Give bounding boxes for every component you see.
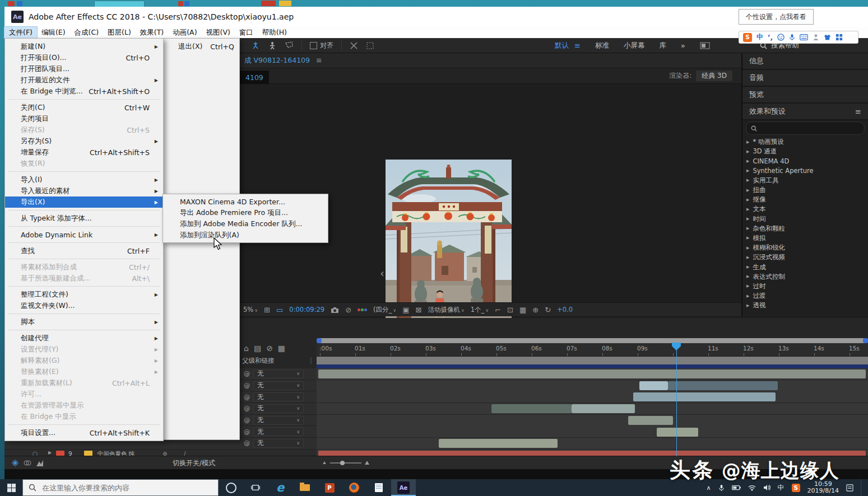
composition-viewer[interactable]: ‹ <box>240 84 741 302</box>
lasso-tool-icon[interactable] <box>285 41 294 50</box>
renderer-value[interactable]: 经典 3D <box>696 71 732 81</box>
ime-personalize-bubble[interactable]: 个性设置，点我看看 <box>739 9 814 25</box>
effects-category-item[interactable]: ▶ 沉浸式视频 <box>742 252 868 262</box>
ime-language-toggle[interactable]: 中 <box>756 32 763 42</box>
channel-icon[interactable] <box>358 308 367 311</box>
effects-category-item[interactable]: ▶ 文本 <box>742 204 868 214</box>
pick-whip-icon[interactable]: @ <box>244 405 250 412</box>
parent-select[interactable]: 无∨ <box>253 404 304 413</box>
time-ruler[interactable]: :00s01s02s03s04s05s06s07s08s09s11s12s13s… <box>317 343 868 357</box>
expand-arrow-icon[interactable]: ▶ <box>746 178 749 183</box>
motion-blur-toggle-icon[interactable] <box>24 459 31 467</box>
work-area-end-handle[interactable] <box>863 338 868 343</box>
expand-arrow-icon[interactable]: ▶ <box>746 236 749 240</box>
motion-blur-icon[interactable]: ⊘ <box>266 344 273 353</box>
notepad-button[interactable] <box>366 479 391 496</box>
timeline-navigator-bar[interactable] <box>317 364 868 368</box>
parent-select[interactable]: 无∨ <box>253 416 304 425</box>
layer-color-swatch-yellow[interactable] <box>84 451 92 456</box>
battery-tray-icon[interactable] <box>732 485 741 490</box>
parent-select[interactable]: 无∨ <box>253 439 304 448</box>
file-menu-item[interactable]: 从 Typekit 添加字体... <box>5 213 163 224</box>
workspace-menu-icon[interactable]: ≡ <box>574 41 581 50</box>
pick-whip-icon[interactable]: @ <box>244 370 250 377</box>
view-count-select[interactable]: 1个_∨ <box>471 306 489 314</box>
file-menu-item[interactable]: 导入最近的素材 ▶ <box>5 185 163 196</box>
timeline-zoom-slider[interactable] <box>322 461 369 465</box>
menubar-item[interactable]: 编辑(E) <box>37 27 70 38</box>
hidden-icons-chevron[interactable]: ∧ <box>707 484 711 492</box>
expand-arrow-icon[interactable]: ▶ <box>746 140 749 144</box>
toggle-switches-modes-button[interactable]: 切换开关/模式 <box>173 458 215 468</box>
effects-category-item[interactable]: ▶ 表达式控制 <box>742 272 868 282</box>
expand-arrow-icon[interactable]: ▶ <box>48 450 52 455</box>
magnification-select[interactable]: 5%∨ <box>243 306 258 313</box>
menubar-item[interactable]: 动画(A) <box>168 27 201 38</box>
panel-header-effects-presets[interactable]: 效果和预设 ≡ <box>742 104 868 120</box>
expand-arrow-icon[interactable]: ▶ <box>746 198 749 202</box>
file-menu-item[interactable]: 导出(X) ▶ <box>5 196 163 208</box>
pick-whip-icon[interactable]: @ <box>244 417 250 424</box>
taskbar-search-input[interactable] <box>41 483 200 493</box>
layer-duration-bar[interactable] <box>439 439 558 448</box>
skin-shirt-icon[interactable] <box>824 34 831 41</box>
expand-arrow-icon[interactable]: ▶ <box>746 217 749 221</box>
sogou-tray-icon[interactable]: S <box>792 484 800 492</box>
expand-arrow-icon[interactable]: ▶ <box>746 246 749 250</box>
exposure-value[interactable]: +0.0 <box>557 306 573 313</box>
align-checkbox-icon[interactable] <box>310 42 317 49</box>
graph-editor-toggle-icon[interactable] <box>36 459 44 467</box>
graph-editor-icon[interactable]: ▦ <box>278 344 285 353</box>
effects-category-item[interactable]: ▶ 生成 <box>742 262 868 272</box>
cortana-button[interactable] <box>219 479 243 496</box>
effects-category-item[interactable]: ▶ 抠像 <box>742 195 868 204</box>
effects-category-item[interactable]: ▶ 实用工具 <box>742 176 868 185</box>
pixel-aspect-icon[interactable]: ⌐ <box>495 306 501 314</box>
expand-arrow-icon[interactable]: ▶ <box>746 284 749 288</box>
layer-duration-bar[interactable] <box>628 416 673 425</box>
expand-arrow-icon[interactable]: ▶ <box>746 149 749 154</box>
sogou-logo-icon[interactable]: S <box>743 33 752 42</box>
file-menu-item[interactable]: 打开最近的文件 ▶ <box>5 74 163 86</box>
file-menu-item[interactable]: 项目设置... Ctrl+Alt+Shift+K <box>5 427 163 438</box>
layer-duration-bar[interactable] <box>639 381 668 390</box>
menubar-item[interactable]: 窗口 <box>235 27 258 38</box>
taskbar-search[interactable] <box>22 479 219 496</box>
voice-input-icon[interactable] <box>789 34 795 41</box>
file-menu-item[interactable]: 查找 Ctrl+F <box>5 245 163 256</box>
panel-menu-icon[interactable]: ≡ <box>316 56 322 64</box>
snapshot-camera-icon[interactable] <box>331 307 339 313</box>
menubar-item[interactable]: 帮助(H) <box>258 27 291 38</box>
file-menu-item[interactable]: 增量保存 Ctrl+Alt+Shift+S <box>5 147 163 158</box>
parent-select[interactable]: 无∨ <box>253 381 304 390</box>
menubar-item[interactable]: 文件(F) <box>4 27 37 38</box>
current-time[interactable]: 0:00:09:29 <box>289 306 324 313</box>
effects-category-item[interactable]: ▶ 模拟 <box>742 233 868 243</box>
effects-category-item[interactable]: ▶ 透视 <box>742 301 868 310</box>
layer-color-swatch-red[interactable] <box>56 451 64 456</box>
file-menu-item[interactable]: Adobe Dynamic Link ▶ <box>5 229 163 240</box>
effects-category-item[interactable]: ▶ 过时 <box>742 282 868 291</box>
effects-category-item[interactable]: ▶ 模糊和锐化 <box>742 243 868 252</box>
menubar-item[interactable]: 合成(C) <box>70 27 103 38</box>
ime-mode-tray[interactable]: 中 <box>778 483 785 493</box>
parent-select[interactable]: 无∨ <box>253 369 304 378</box>
workspace-tab-default[interactable]: 默认 <box>555 41 569 50</box>
file-menu-item[interactable]: 关闭(C) Ctrl+W <box>5 102 163 113</box>
skin-person-icon[interactable] <box>813 34 819 41</box>
file-menu-item[interactable]: 监视文件夹(W)... <box>5 300 163 311</box>
reset-exposure-icon[interactable]: ⊕ <box>532 306 539 314</box>
ime-punctuation-toggle[interactable]: ’, <box>768 34 773 41</box>
file-menu-item[interactable]: 脚本 ▶ <box>5 316 163 327</box>
zoom-in-mountain-icon[interactable] <box>365 461 369 465</box>
exposure-icon[interactable]: ↻ <box>545 306 551 314</box>
work-area-bar[interactable] <box>317 338 868 343</box>
flowchart-icon[interactable]: ▦ <box>519 306 526 314</box>
notification-center-icon[interactable] <box>846 484 853 492</box>
file-menu-item[interactable]: 新建(N) ▶ <box>5 41 163 52</box>
pick-whip-icon[interactable]: @ <box>244 382 250 389</box>
resolution-select[interactable]: (四分_∨ <box>373 306 396 314</box>
transparency-grid-icon[interactable]: ⊠ <box>415 306 421 314</box>
emoji-icon[interactable] <box>777 34 785 41</box>
expand-arrow-icon[interactable]: ▶ <box>746 255 749 260</box>
